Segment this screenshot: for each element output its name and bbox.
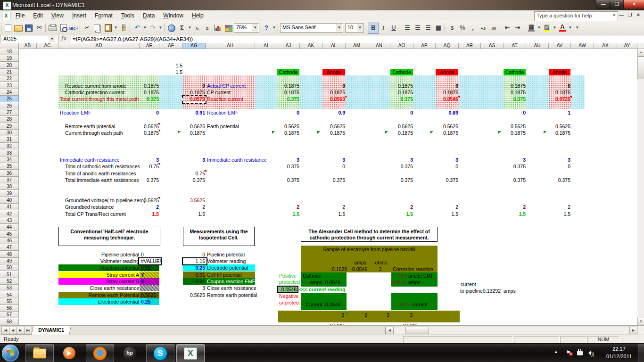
- hyperlink-icon[interactable]: [166, 23, 177, 33]
- cell-AD41[interactable]: Groundbed resistance: [58, 204, 146, 210]
- cell-AQ41[interactable]: 2: [436, 204, 460, 210]
- cell-AD24[interactable]: Cathodic protection current: [58, 89, 146, 96]
- cell-AJ35[interactable]: 0.375: [277, 163, 301, 170]
- column-header-AY[interactable]: AY: [617, 43, 637, 49]
- cell-AH49[interactable]: Voltmeter reading: [206, 258, 256, 264]
- cell-AV25[interactable]: 0.0729: [549, 96, 572, 102]
- cell-AD49[interactable]: Voltmeter reading: [58, 258, 140, 264]
- row-header-20[interactable]: 20: [0, 62, 19, 69]
- cell-AG50[interactable]: 0.25: [183, 264, 206, 271]
- cell-AQ21[interactable]: Anode: [436, 69, 458, 75]
- cell-AE24[interactable]: 0.1875: [140, 89, 160, 96]
- cell-AG34[interactable]: 3: [183, 156, 206, 163]
- first-sheet-icon[interactable]: |◀: [1, 327, 9, 335]
- cell-AD36[interactable]: Total of anodic earth resistances: [58, 170, 146, 177]
- drawing-icon[interactable]: [223, 23, 234, 33]
- cell-AE35[interactable]: 0.75: [140, 163, 160, 170]
- help-icon[interactable]: ?: [261, 23, 272, 33]
- column-header-AU[interactable]: AU: [526, 43, 549, 49]
- column-header-AS[interactable]: AS: [481, 43, 504, 49]
- cell-AE40[interactable]: 3.5625: [140, 197, 160, 204]
- cell-AT21[interactable]: Cathode: [504, 69, 526, 75]
- column-header-AO[interactable]: AO: [390, 43, 413, 49]
- decrease-decimal-icon[interactable]: .00: [488, 23, 499, 33]
- cell-AT37[interactable]: 0.375: [504, 177, 527, 183]
- row-header-41[interactable]: 41: [0, 204, 19, 210]
- scroll-up-icon[interactable]: ▲: [637, 49, 644, 57]
- bold-icon[interactable]: B: [368, 23, 379, 34]
- cell-AV35[interactable]: 0: [549, 163, 572, 170]
- name-box[interactable]: AG25 ▼: [0, 35, 58, 43]
- cell-AT41[interactable]: 2: [504, 204, 527, 210]
- row-header-34[interactable]: 34: [0, 156, 19, 163]
- print-preview-icon[interactable]: [58, 23, 68, 33]
- cell-AD50[interactable]: Reaction potential: [58, 264, 140, 271]
- cell-AD53[interactable]: Close earth resistance: [58, 285, 140, 291]
- row-header-43[interactable]: 43: [0, 217, 19, 224]
- cell-AH24[interactable]: CP current: [206, 89, 256, 96]
- toolbar-options-chevron-icon[interactable]: ▼: [575, 23, 580, 33]
- row-header-44[interactable]: 44: [0, 224, 19, 230]
- cell-AL24[interactable]: 0.1875: [322, 89, 347, 96]
- cell-AL27[interactable]: 0.9: [322, 109, 347, 116]
- cell-AJ24[interactable]: 0.1875: [277, 89, 301, 96]
- row-header-49[interactable]: 49: [0, 258, 19, 264]
- autosum-icon[interactable]: Σ: [177, 23, 187, 33]
- underline-icon[interactable]: U: [388, 23, 399, 33]
- cell-AJ21[interactable]: Cathode: [277, 69, 299, 75]
- cell-AO25[interactable]: 0.375: [390, 96, 414, 102]
- fill-color-icon[interactable]: ▨: [542, 23, 552, 33]
- cell-AD51[interactable]: Stray current A: [58, 272, 140, 278]
- zoom-combo[interactable]: 75%▼: [234, 23, 259, 33]
- font-color-icon[interactable]: A: [557, 23, 568, 33]
- currency-icon[interactable]: $: [447, 23, 457, 33]
- action-center-flag-icon[interactable]: ⚑✕: [566, 349, 571, 356]
- chart-wizard-icon[interactable]: [213, 23, 223, 33]
- horizontal-scrollbar[interactable]: ◀ ▶: [386, 327, 637, 334]
- cell-AL23[interactable]: 0: [322, 82, 347, 89]
- cell-AD52[interactable]: Stray current B: [58, 278, 140, 285]
- row-header-48[interactable]: 48: [0, 251, 19, 258]
- row-header-39[interactable]: 39: [0, 190, 19, 197]
- cut-icon[interactable]: ✂: [82, 23, 92, 33]
- column-header-AG[interactable]: AG: [183, 43, 206, 49]
- cell-AH29[interactable]: Earth potential: [206, 123, 256, 130]
- cell-AE52[interactable]: X: [140, 278, 160, 285]
- minimize-button[interactable]: —: [596, 0, 611, 9]
- cell-AV42[interactable]: 1.5: [549, 211, 572, 217]
- row-header-54[interactable]: 54: [0, 292, 19, 298]
- column-header-AJ[interactable]: AJ: [277, 43, 300, 49]
- workbook-minimize-button[interactable]: —: [618, 12, 625, 19]
- cell-AG29[interactable]: 0.5625: [183, 123, 206, 130]
- column-header-AD[interactable]: AD: [58, 43, 140, 49]
- cell-AO37[interactable]: 0.375: [390, 177, 414, 183]
- row-header-26[interactable]: 26: [0, 103, 19, 109]
- cell-AE41[interactable]: 2: [140, 204, 160, 210]
- menu-insert[interactable]: Insert: [68, 10, 91, 20]
- cell-AD40[interactable]: Groundbed voltage( to pipeline zero): [58, 197, 146, 204]
- alexander-textbox[interactable]: The Alexander Cell method to determin th…: [301, 227, 438, 242]
- last-sheet-icon[interactable]: ▶|: [24, 327, 32, 335]
- cell-AL35[interactable]: 0: [322, 163, 347, 170]
- menu-file[interactable]: File: [11, 10, 29, 20]
- cell-AV21[interactable]: Anode: [549, 69, 570, 75]
- save-icon[interactable]: [24, 23, 34, 33]
- taskbar-hp-button[interactable]: hp: [116, 344, 143, 362]
- cell-AG40[interactable]: 3.5625: [183, 197, 206, 204]
- taskbar-excel-button[interactable]: X: [176, 344, 205, 362]
- cell-AD34[interactable]: Immediate earth resistance: [58, 156, 140, 163]
- sort-desc-icon[interactable]: Z↓: [203, 23, 213, 33]
- chevron-down-icon[interactable]: ▼: [252, 24, 258, 32]
- align-left-icon[interactable]: ☰: [402, 23, 413, 33]
- row-header-53[interactable]: 53: [0, 285, 19, 291]
- format-painter-icon[interactable]: [118, 23, 129, 33]
- cell-AF21[interactable]: 1.5: [159, 69, 184, 75]
- cell-AQ35[interactable]: 0: [436, 163, 460, 170]
- chevron-down-icon[interactable]: ▼: [336, 24, 342, 32]
- cell-AH54[interactable]: Remote earth potential: [206, 292, 256, 298]
- cell-AQ25[interactable]: 0.0546: [436, 96, 460, 102]
- cell-AV30[interactable]: 0.1875: [549, 130, 572, 136]
- row-header-31[interactable]: 31: [0, 136, 19, 143]
- cell-AJ25[interactable]: 0.375: [277, 96, 301, 102]
- row-header-30[interactable]: 30: [0, 130, 19, 136]
